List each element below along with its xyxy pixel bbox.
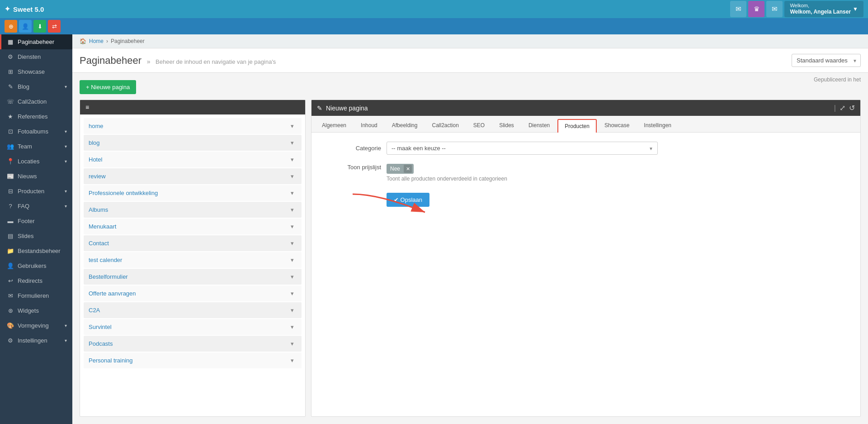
sidebar-item-paginabeheer[interactable]: ▦ Paginabeheer	[0, 34, 72, 49]
paginabeheer-icon: ▦	[7, 38, 14, 45]
list-item[interactable]: blog ▾	[84, 135, 302, 151]
toggle-x-btn[interactable]: ✕	[404, 165, 412, 173]
page-arrow-btn[interactable]: ▾	[288, 272, 297, 281]
quickbar-user-btn[interactable]: 👤	[19, 20, 32, 33]
sidebar-item-slides[interactable]: ▤ Slides	[0, 229, 72, 243]
sidebar-item-formulieren[interactable]: ✉ Formulieren	[0, 288, 72, 303]
sidebar-item-label: Diensten	[18, 53, 41, 60]
sidebar-item-label: Locaties	[18, 158, 39, 165]
sidebar-item-fotoalbums[interactable]: ⊡ Fotoalbums ▾	[0, 124, 72, 139]
tab-producten[interactable]: Producten	[557, 119, 597, 133]
list-item[interactable]: Contact ▾	[84, 235, 302, 251]
gepubliceerd-label: Gepubliceerd in het	[814, 76, 861, 83]
list-item[interactable]: Professionele ontwikkeling ▾	[84, 185, 302, 201]
page-arrow-btn[interactable]: ▾	[288, 289, 297, 298]
sidebar-item-nieuws[interactable]: 📰 Nieuws	[0, 169, 72, 184]
sidebar-item-blog[interactable]: ✎ Blog ▾	[0, 79, 72, 94]
sidebar-item-instellingen[interactable]: ⚙ Instellingen ▾	[0, 333, 72, 348]
standaard-waardes-select[interactable]: Standaard waardes	[792, 54, 861, 67]
list-item[interactable]: Hotel ▾	[84, 152, 302, 167]
categorie-select[interactable]: -- maak een keuze --	[387, 142, 658, 155]
producten-icon: ⊟	[7, 188, 14, 195]
quickbar-share-btn[interactable]: ⇄	[48, 20, 61, 33]
list-item[interactable]: Menukaart ▾	[84, 219, 302, 234]
page-header-sep: »	[147, 58, 151, 65]
new-page-button[interactable]: + Nieuwe pagina	[80, 80, 136, 94]
user-label: Welkom,Welkom, Angela Lanser	[790, 2, 851, 16]
topbar-crown-btn[interactable]: ♛	[748, 1, 764, 17]
tab-slides[interactable]: Slides	[492, 119, 521, 132]
sidebar-item-gebruikers[interactable]: 👤 Gebruikers	[0, 258, 72, 273]
sidebar-item-redirects[interactable]: ↩ Redirects	[0, 273, 72, 288]
page-name: blog	[89, 139, 100, 146]
page-name: home	[89, 123, 104, 129]
page-arrow-btn[interactable]: ▾	[288, 306, 297, 314]
topbar-email-btn[interactable]: ✉	[730, 1, 746, 17]
page-arrow-btn[interactable]: ▾	[288, 205, 297, 214]
topbar-user-btn[interactable]: Welkom,Welkom, Angela Lanser ▼	[784, 1, 863, 17]
tab-afbeelding[interactable]: Afbeelding	[385, 119, 425, 132]
instellingen-chevron: ▾	[65, 338, 67, 343]
tab-inhoud[interactable]: Inhoud	[354, 119, 384, 132]
list-item[interactable]: Bestelformulier ▾	[84, 269, 302, 285]
page-arrow-btn[interactable]: ▾	[288, 172, 297, 181]
form-tabs: Algemeen Inhoud Afbeelding Call2action S…	[311, 116, 860, 133]
sidebar-item-call2action[interactable]: ☏ Call2action	[0, 94, 72, 109]
breadcrumb-home-link[interactable]: Home	[89, 38, 104, 44]
sidebar-item-team[interactable]: 👥 Team ▾	[0, 139, 72, 154]
list-item[interactable]: Podcasts ▾	[84, 336, 302, 352]
tab-call2action[interactable]: Call2action	[425, 119, 465, 132]
form-header-label: Nieuwe pagina	[326, 105, 368, 112]
list-item[interactable]: test calender ▾	[84, 252, 302, 268]
sidebar-item-faq[interactable]: ? FAQ ▾	[0, 199, 72, 214]
opslaan-button[interactable]: ✔ Opslaan	[387, 193, 429, 207]
tab-instellingen[interactable]: Instellingen	[637, 119, 678, 132]
page-arrow-btn[interactable]: ▾	[288, 222, 297, 231]
page-arrow-btn[interactable]: ▾	[288, 356, 297, 365]
sidebar-item-label: Showcase	[18, 68, 45, 75]
sidebar-item-referenties[interactable]: ★ Referenties	[0, 109, 72, 124]
tab-showcase[interactable]: Showcase	[598, 119, 636, 132]
form-refresh-btn[interactable]: ↺	[849, 104, 855, 112]
sidebar-item-label: Bestandsbeheer	[18, 248, 61, 254]
tab-diensten[interactable]: Diensten	[522, 119, 557, 132]
quickbar-add-btn[interactable]: ⊕	[5, 20, 17, 33]
sidebar-item-bestandsbeheer[interactable]: 📁 Bestandsbeheer	[0, 243, 72, 258]
sidebar-item-diensten[interactable]: ⚙ Diensten	[0, 49, 72, 64]
sidebar-item-widgets[interactable]: ⊛ Widgets	[0, 303, 72, 318]
page-header-right: Standaard waardes	[792, 54, 861, 67]
list-item[interactable]: C2A ▾	[84, 302, 302, 318]
toon-prijslijst-control: Nee ✕ Toont alle producten onderverdeeld…	[387, 164, 849, 182]
sidebar-item-locaties[interactable]: 📍 Locaties ▾	[0, 154, 72, 169]
sidebar-item-producten[interactable]: ⊟ Producten ▾	[0, 184, 72, 199]
tab-seo[interactable]: SEO	[467, 119, 491, 132]
page-arrow-btn[interactable]: ▾	[288, 323, 297, 331]
list-item[interactable]: Survintel ▾	[84, 319, 302, 335]
list-item[interactable]: Offerte aanvragen ▾	[84, 286, 302, 301]
sidebar-item-vormgeving[interactable]: 🎨 Vormgeving ▾	[0, 318, 72, 333]
list-item[interactable]: Personal training ▾	[84, 353, 302, 368]
toggle-nee[interactable]: Nee ✕	[387, 164, 414, 174]
page-name: Podcasts	[89, 340, 113, 347]
page-arrow-btn[interactable]: ▾	[288, 339, 297, 348]
topbar-envelope-btn[interactable]: ✉	[766, 1, 783, 17]
form-expand-btn[interactable]: ⤢	[840, 104, 845, 112]
page-arrow-btn[interactable]: ▾	[288, 256, 297, 264]
team-icon: 👥	[7, 143, 14, 150]
call2action-icon: ☏	[7, 98, 14, 105]
tab-algemeen[interactable]: Algemeen	[315, 119, 353, 132]
page-arrow-btn[interactable]: ▾	[288, 155, 297, 164]
sidebar-item-showcase[interactable]: ⊞ Showcase	[0, 64, 72, 79]
page-arrow-btn[interactable]: ▾	[288, 138, 297, 147]
list-item[interactable]: home ▾	[84, 118, 302, 134]
quickbar-download-btn[interactable]: ⬇	[33, 20, 46, 33]
page-arrow-btn[interactable]: ▾	[288, 189, 297, 197]
page-arrow-btn[interactable]: ▾	[288, 239, 297, 248]
page-name: Offerte aanvragen	[89, 290, 136, 297]
page-name: Survintel	[89, 324, 112, 330]
page-arrow-btn[interactable]: ▾	[288, 122, 297, 130]
list-item[interactable]: review ▾	[84, 168, 302, 184]
sidebar-item-footer[interactable]: ▬ Footer	[0, 214, 72, 229]
list-item[interactable]: Albums ▾	[84, 202, 302, 218]
topbar-right: ✉ ♛ ✉ Welkom,Welkom, Angela Lanser ▼	[730, 1, 863, 17]
